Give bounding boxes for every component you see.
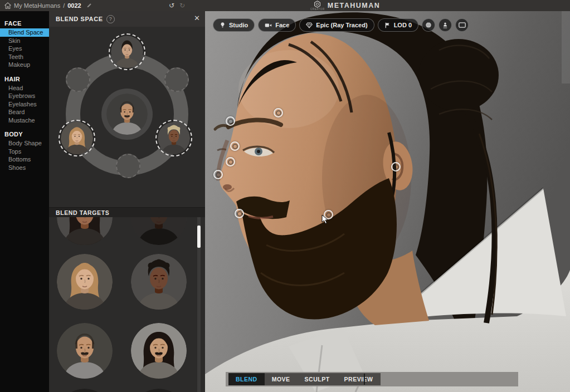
sidebar-item-skin[interactable]: Skin: [0, 37, 49, 45]
logo-subtext: CREATOR: [310, 8, 325, 11]
logo-text: METAHUMAN: [328, 2, 381, 9]
blend-target-bald-man-mustache[interactable]: [57, 323, 113, 379]
metahuman-hex-icon: CREATOR: [310, 1, 325, 11]
blend-target-woman-long-dark-hair[interactable]: [57, 217, 113, 245]
blend-node-blonde-woman[interactable]: [59, 120, 95, 156]
blend-node-person-light-curly-hair[interactable]: [155, 120, 192, 156]
blend-node-empty-upper-left[interactable]: [66, 67, 90, 92]
sidebar-item-bottoms[interactable]: Bottoms: [0, 155, 49, 164]
redo-icon[interactable]: ↻: [179, 2, 185, 9]
breadcrumb-root[interactable]: My MetaHumans: [14, 2, 60, 9]
blend-space-panel: BLEND SPACE ? ✕ BLEND TARGETS: [49, 11, 205, 392]
lod-0-button[interactable]: LOD 0: [378, 18, 418, 32]
document-name: 0022: [67, 2, 81, 9]
blend-node-young-man-short-dark-hair[interactable]: [109, 33, 145, 70]
viewport: StudioFaceEpic (Ray Traced)LOD 0 BLENDMO…: [205, 11, 570, 392]
control-point-center: [237, 211, 242, 217]
viewport-toolbar: StudioFaceEpic (Ray Traced)LOD 0: [213, 18, 469, 32]
control-point-center: [393, 164, 399, 170]
sidebar-item-teeth[interactable]: Teeth: [0, 53, 49, 61]
flag-icon: [384, 22, 391, 28]
history-controls: ↺ ↻: [169, 0, 185, 11]
breadcrumb-separator: /: [63, 2, 65, 9]
face-button[interactable]: Face: [258, 18, 296, 32]
control-point-center: [228, 159, 233, 165]
blend-target-man-long-dark-hair[interactable]: [131, 323, 187, 379]
category-sidebar: FACEBlend SpaceSkinEyesTeethMakeupHAIRHe…: [0, 11, 49, 392]
mouse-cursor: [321, 214, 329, 224]
undo-icon[interactable]: ↺: [169, 2, 174, 9]
sidebar-item-shoes[interactable]: Shoes: [0, 164, 49, 172]
blend-target-partially-visible-avatar[interactable]: [131, 389, 187, 392]
top-bar: My MetaHumans / 0022 ↺ ↻ CREATOR METAHUM…: [0, 0, 570, 11]
mode-tab-blend[interactable]: BLEND: [228, 373, 265, 385]
help-icon[interactable]: ?: [106, 15, 115, 23]
sidebar-item-head[interactable]: Head: [0, 84, 49, 92]
environment-sphere-button[interactable]: [422, 18, 435, 32]
control-point-center: [232, 144, 238, 149]
character-height-icon: [442, 22, 448, 29]
panel-title: BLEND SPACE: [56, 16, 103, 22]
mode-tab-move[interactable]: MOVE: [265, 373, 298, 385]
blend-targets-grid: [49, 217, 205, 392]
studio-button[interactable]: Studio: [213, 18, 255, 32]
blend-control-point-1[interactable]: [226, 116, 235, 126]
sidebar-section-title-hair: HAIR: [0, 76, 49, 84]
sidebar-item-eyes[interactable]: Eyes: [0, 45, 49, 53]
blend-node-empty-upper-right[interactable]: [164, 67, 189, 92]
blend-control-point-3[interactable]: [226, 157, 235, 166]
environment-sphere-icon: [425, 22, 432, 28]
blend-targets-header: BLEND TARGETS: [49, 207, 205, 218]
blend-space-widget: [49, 27, 205, 207]
blend-target-woman-short-curly-hair[interactable]: [131, 254, 187, 310]
breadcrumb: My MetaHumans / 0022: [4, 0, 92, 11]
mode-tab-preview[interactable]: PREVIEW: [337, 373, 381, 385]
mode-tab-sculpt[interactable]: SCULPT: [298, 373, 337, 385]
blend-center-bald-man-mustache[interactable]: [101, 89, 153, 140]
control-point-center: [216, 172, 221, 178]
camera-icon: [265, 22, 272, 28]
close-icon[interactable]: ✕: [194, 14, 200, 22]
sidebar-section-title-face: FACE: [0, 20, 49, 28]
blend-target-partially-visible-avatar[interactable]: [57, 389, 113, 392]
sidebar-item-makeup[interactable]: Makeup: [0, 61, 49, 69]
mode-bar-divider: [364, 374, 365, 385]
sidebar-item-body-shape[interactable]: Body Shape: [0, 139, 49, 148]
sidebar-section-title-body: BODY: [0, 131, 49, 139]
control-point-center: [228, 119, 233, 124]
screenshot-button[interactable]: [455, 18, 469, 32]
screenshot-icon: [459, 22, 466, 28]
mode-tab-group: BLENDMOVESCULPTPREVIEW: [228, 373, 381, 385]
sidebar-item-eyebrows[interactable]: Eyebrows: [0, 92, 49, 100]
control-point-center: [276, 110, 281, 116]
blend-control-point-2[interactable]: [230, 141, 240, 151]
sidebar-item-mustache[interactable]: Mustache: [0, 116, 49, 125]
blend-control-point-4[interactable]: [213, 170, 223, 179]
blend-target-blonde-woman[interactable]: [57, 254, 113, 310]
blend-node-empty-bottom[interactable]: [116, 154, 140, 178]
sidebar-item-beard[interactable]: Beard: [0, 108, 49, 116]
blend-target-man-dark-short-hair[interactable]: [131, 217, 187, 245]
sidebar-item-tops[interactable]: Tops: [0, 148, 49, 156]
blend-targets-title: BLEND TARGETS: [56, 209, 109, 216]
epic-ray-traced--button[interactable]: Epic (Ray Traced): [299, 18, 374, 32]
gem-icon: [306, 22, 313, 28]
metahuman-creator-app: My MetaHumans / 0022 ↺ ↻ CREATOR METAHUM…: [0, 0, 570, 392]
scrollbar-thumb[interactable]: [197, 226, 201, 248]
blend-control-point-7[interactable]: [391, 162, 401, 171]
rename-pencil-icon[interactable]: [86, 3, 92, 8]
sidebar-item-blend-space[interactable]: Blend Space: [0, 28, 49, 37]
metahuman-logo: CREATOR METAHUMAN: [310, 0, 380, 11]
home-icon[interactable]: [4, 2, 11, 9]
mode-bar: BLENDMOVESCULPTPREVIEW: [226, 372, 518, 386]
character-3d-render[interactable]: [205, 11, 570, 392]
spotlight-icon: [220, 22, 226, 28]
panel-header: BLEND SPACE ? ✕: [49, 11, 205, 27]
sidebar-item-eyelashes[interactable]: Eyelashes: [0, 100, 49, 109]
blend-control-point-0[interactable]: [274, 108, 283, 117]
character-height-button[interactable]: [439, 18, 452, 32]
blend-control-point-5[interactable]: [235, 209, 244, 218]
